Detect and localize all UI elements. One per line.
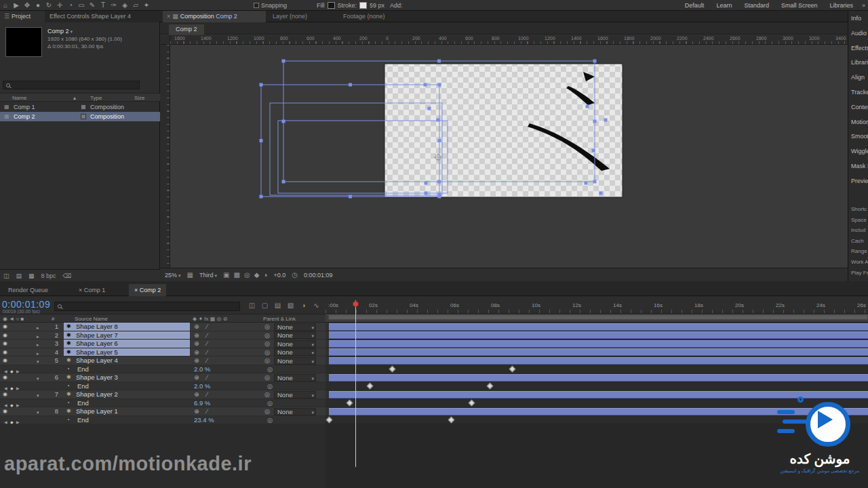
workspace-default[interactable]: Default	[685, 2, 705, 9]
pickwhip-icon[interactable]: ◎	[264, 323, 270, 331]
layer-switches[interactable]: ⊕ ∕	[194, 357, 210, 365]
layer-track[interactable]	[326, 323, 868, 331]
panel-tab-previe[interactable]: Previe	[851, 178, 868, 184]
column-size[interactable]: Size	[134, 95, 145, 101]
stopwatch-icon[interactable]: ◔	[66, 416, 70, 424]
transparency-grid-icon[interactable]: ▩	[233, 271, 239, 279]
fill-label[interactable]: Fill	[317, 2, 325, 9]
layer-duration-bar[interactable]	[329, 348, 868, 356]
project-item[interactable]: ▦Comp 1Composition	[0, 102, 160, 112]
clone-stamp-tool-icon[interactable]: ◈	[119, 0, 130, 10]
eye-icon[interactable]: ◉	[3, 348, 7, 357]
keyframe-diamond[interactable]	[448, 417, 455, 424]
workspace-learn[interactable]: Learn	[716, 2, 732, 9]
preview-option-cach[interactable]: Cach	[851, 238, 864, 244]
pickwhip-icon[interactable]: ◎	[264, 407, 270, 415]
snapshot-icon[interactable]: ◆	[254, 271, 260, 279]
panel-tab-librarie[interactable]: Librarie	[851, 59, 868, 66]
layer-name[interactable]: Shape Layer 3	[76, 373, 118, 382]
parent-dropdown[interactable]: None▾	[274, 340, 316, 348]
tab-composition[interactable]: ×▦Composition Comp 2	[163, 11, 266, 22]
pen-tool-icon[interactable]: ✎	[87, 0, 98, 10]
layer-track[interactable]	[326, 331, 868, 340]
workspace-libraries[interactable]: Libraries	[829, 2, 853, 9]
preview-option-space[interactable]: Space	[851, 217, 867, 223]
preview-option-range[interactable]: Range	[851, 248, 867, 254]
workspace-overflow-icon[interactable]: »	[862, 2, 865, 9]
parent-dropdown[interactable]: None▾	[274, 374, 316, 382]
eye-icon[interactable]: ◉	[3, 390, 7, 399]
stroke-color-swatch[interactable]	[359, 2, 367, 9]
hand-tool-icon[interactable]: ✥	[22, 0, 33, 10]
delete-icon[interactable]: ⌫	[63, 272, 72, 279]
zoom-select[interactable]: 25%▾	[165, 272, 181, 279]
eye-icon[interactable]: ◉	[3, 373, 7, 382]
pickwhip-icon[interactable]: ◎	[264, 340, 270, 348]
layer-switches[interactable]: ⊕ ∕	[194, 390, 210, 399]
layer-row[interactable]: ◉▾8✱Shape Layer 1⊕ ∕◎None▾	[0, 407, 326, 416]
project-bit-depth[interactable]: 8 bpc	[41, 272, 56, 279]
panel-tab-smoot[interactable]: Smoot	[851, 133, 868, 140]
column-source-name[interactable]: Source Name	[75, 316, 108, 322]
tab-project[interactable]: ☰Project	[0, 11, 45, 22]
panel-tab-align[interactable]: Align	[851, 74, 865, 81]
pan-behind-tool-icon[interactable]: ✛	[54, 0, 65, 10]
composition-mini-flowchart-icon[interactable]: ◫	[245, 302, 258, 309]
tab-comp1[interactable]: × Comp 1	[73, 284, 111, 296]
stopwatch-icon[interactable]: ◔	[66, 365, 70, 373]
layer-name[interactable]: Shape Layer 7	[76, 331, 118, 340]
preview-option-play-fro[interactable]: Play Fro	[851, 270, 868, 276]
orbit-camera-tool-icon[interactable]: ↻	[43, 0, 54, 10]
comp-name[interactable]: Comp 2	[47, 28, 69, 35]
timeline-search[interactable]	[54, 302, 240, 311]
property-row[interactable]: ◀◆▶◔End23.4 %◎	[0, 416, 326, 425]
new-folder-icon[interactable]: ▤	[16, 272, 22, 279]
rectangle-tool-icon[interactable]: ▭	[76, 0, 87, 10]
layer-row[interactable]: ◉▾6✱Shape Layer 3⊕ ∕◎None▾	[0, 373, 326, 382]
layer-row[interactable]: ◉▸4✱Shape Layer 5⊕ ∕◎None▾	[0, 348, 326, 357]
work-area-bar[interactable]	[326, 314, 868, 323]
layer-name[interactable]: Shape Layer 6	[76, 340, 118, 348]
layer-name[interactable]: Shape Layer 1	[76, 407, 118, 415]
panel-tab-mask-i[interactable]: Mask I	[851, 163, 868, 169]
hide-shy-layers-icon[interactable]: ▤	[271, 302, 284, 309]
parent-dropdown[interactable]: None▾	[274, 331, 316, 339]
property-name[interactable]: End	[77, 365, 89, 373]
layer-duration-bar[interactable]	[329, 340, 868, 348]
stopwatch-icon[interactable]: ◔	[66, 399, 70, 407]
panel-menu-icon[interactable]: ☰	[4, 13, 9, 20]
panel-tab-motion[interactable]: Motion	[851, 119, 868, 125]
expression-icon[interactable]: ◎	[267, 416, 273, 424]
tab-comp2[interactable]: × Comp 2	[129, 284, 166, 296]
eye-icon[interactable]: ◉	[3, 323, 7, 331]
project-search[interactable]	[3, 81, 140, 89]
snapping-checkbox[interactable]	[254, 3, 259, 8]
keyframe-diamond[interactable]	[326, 417, 333, 424]
project-item[interactable]: ▦Comp 2Composition	[0, 112, 160, 121]
label-color-swatch[interactable]	[81, 104, 86, 110]
brush-tool-icon[interactable]: ✑	[108, 0, 119, 10]
graph-editor-icon[interactable]: ∿	[310, 302, 323, 309]
parent-dropdown[interactable]: None▾	[274, 391, 316, 399]
keyframe-diamond[interactable]	[487, 383, 494, 390]
stroke-label[interactable]: Stroke:	[338, 2, 357, 9]
layer-row[interactable]: ◉▸2✱Shape Layer 7⊕ ∕◎None▾	[0, 331, 326, 340]
eraser-tool-icon[interactable]: ▱	[130, 0, 141, 10]
home-icon[interactable]: ⌂	[0, 0, 11, 10]
column-number[interactable]: #	[52, 316, 54, 322]
tab-effect-controls[interactable]: Effect Controls Shape Layer 4	[45, 11, 159, 22]
close-icon[interactable]: ×	[167, 13, 170, 20]
panel-tab-info[interactable]: Info	[851, 15, 861, 22]
eye-icon[interactable]: ◉	[3, 407, 7, 415]
stroke-width-value[interactable]: 59 px	[370, 2, 384, 9]
column-type[interactable]: Type	[90, 95, 102, 101]
pickwhip-icon[interactable]: ◎	[264, 331, 270, 340]
layer-name[interactable]: Shape Layer 4	[76, 357, 118, 365]
draft-3d-icon[interactable]: ▢	[258, 302, 271, 309]
keyframe-diamond[interactable]	[347, 400, 353, 407]
layer-row[interactable]: ◉▸1✱Shape Layer 8⊕ ∕◎None▾	[0, 323, 326, 331]
fill-color-swatch[interactable]	[328, 2, 335, 9]
keyframe-diamond[interactable]	[469, 400, 475, 407]
property-value[interactable]: 2.0 %	[194, 365, 210, 373]
layer-name[interactable]: Shape Layer 8	[76, 323, 118, 331]
